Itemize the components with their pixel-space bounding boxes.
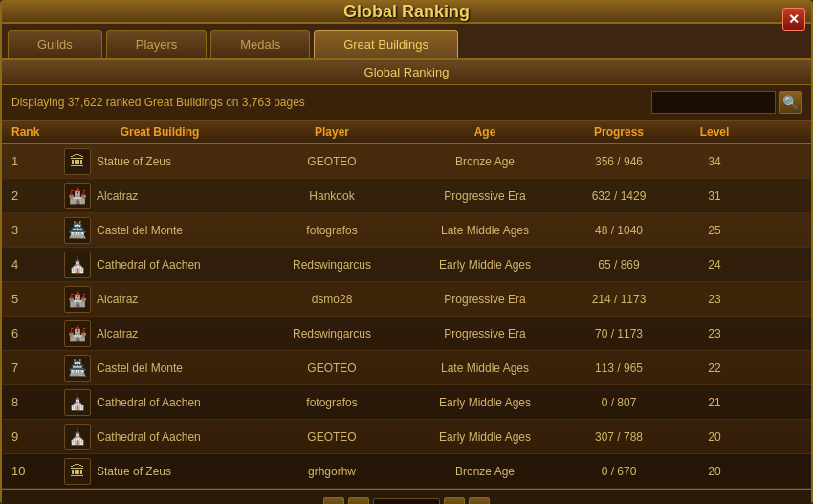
rank-cell: 10 bbox=[11, 464, 64, 478]
player-cell: Redswingarcus bbox=[255, 327, 408, 340]
building-icon: ⛪ bbox=[64, 252, 91, 278]
table-row[interactable]: 5🏰Alcatrazdsmo28Progressive Era214 / 117… bbox=[2, 282, 811, 317]
table-body: 1🏛Statue of ZeusGEOTEOBronze Age356 / 94… bbox=[2, 144, 811, 489]
table-row[interactable]: 7🏯Castel del MonteGEOTEOLate Middle Ages… bbox=[2, 351, 811, 385]
global-ranking-window: Global Ranking ✕ GuildsPlayersMedalsGrea… bbox=[0, 0, 813, 504]
building-name: Alcatraz bbox=[97, 293, 138, 306]
level-cell: 21 bbox=[676, 396, 753, 409]
player-cell: fotografos bbox=[255, 396, 408, 409]
header-player: Player bbox=[255, 125, 408, 139]
level-cell: 25 bbox=[676, 224, 753, 237]
building-cell: 🏰Alcatraz bbox=[64, 286, 255, 313]
display-text: Displaying 37,622 ranked Great Buildings… bbox=[11, 96, 305, 109]
age-cell: Late Middle Ages bbox=[408, 362, 561, 375]
progress-cell: 70 / 1173 bbox=[561, 327, 676, 340]
rank-cell: 9 bbox=[11, 429, 64, 444]
building-cell: 🏛Statue of Zeus bbox=[64, 148, 255, 175]
building-cell: 🏯Castel del Monte bbox=[64, 217, 255, 244]
building-name: Castel del Monte bbox=[97, 362, 183, 375]
building-name: Cathedral of Aachen bbox=[97, 396, 201, 409]
rank-cell: 6 bbox=[11, 326, 64, 340]
footer: « ‹ 1/3763 › » OK bbox=[2, 489, 811, 504]
building-name: Cathedral of Aachen bbox=[97, 430, 201, 444]
building-cell: ⛪Cathedral of Aachen bbox=[64, 252, 255, 278]
building-cell: 🏰Alcatraz bbox=[64, 183, 255, 209]
player-cell: grhgorhw bbox=[255, 465, 408, 478]
progress-cell: 632 / 1429 bbox=[561, 189, 676, 203]
level-cell: 23 bbox=[676, 293, 753, 306]
player-cell: GEOTEO bbox=[255, 155, 408, 168]
player-cell: Hankook bbox=[255, 189, 408, 203]
age-cell: Progressive Era bbox=[408, 327, 561, 340]
first-page-button[interactable]: « bbox=[323, 497, 344, 504]
title-bar: Global Ranking ✕ bbox=[2, 2, 811, 24]
tab-players[interactable]: Players bbox=[106, 30, 207, 58]
table-row[interactable]: 2🏰AlcatrazHankookProgressive Era632 / 14… bbox=[2, 179, 811, 213]
rank-cell: 5 bbox=[11, 292, 64, 306]
table-header: RankGreat BuildingPlayerAgeProgressLevel bbox=[2, 121, 811, 144]
close-button[interactable]: ✕ bbox=[782, 8, 805, 31]
age-cell: Early Middle Ages bbox=[408, 396, 561, 409]
table-row[interactable]: 8⛪Cathedral of AachenfotografosEarly Mid… bbox=[2, 385, 811, 420]
building-cell: 🏯Castel del Monte bbox=[64, 355, 255, 382]
tab-guilds[interactable]: Guilds bbox=[8, 30, 102, 58]
rank-cell: 1 bbox=[11, 154, 64, 168]
table-row[interactable]: 4⛪Cathedral of AachenRedswingarcusEarly … bbox=[2, 248, 811, 282]
header-progress: Progress bbox=[561, 125, 676, 139]
table-row[interactable]: 6🏰AlcatrazRedswingarcusProgressive Era70… bbox=[2, 317, 811, 351]
building-cell: ⛪Cathedral of Aachen bbox=[64, 389, 255, 416]
building-icon: 🏯 bbox=[64, 355, 91, 382]
building-icon: 🏛 bbox=[64, 458, 91, 485]
player-cell: GEOTEO bbox=[255, 430, 408, 444]
search-button[interactable]: 🔍 bbox=[779, 91, 802, 114]
age-cell: Early Middle Ages bbox=[408, 258, 561, 272]
tab-great-buildings[interactable]: Great Buildings bbox=[314, 30, 458, 58]
building-icon: 🏰 bbox=[64, 286, 91, 313]
building-name: Cathedral of Aachen bbox=[97, 258, 201, 272]
toolbar: Displaying 37,622 ranked Great Buildings… bbox=[2, 85, 811, 121]
section-header: Global Ranking bbox=[2, 60, 811, 85]
table-row[interactable]: 10🏛Statue of ZeusgrhgorhwBronze Age0 / 6… bbox=[2, 454, 811, 489]
last-page-button[interactable]: » bbox=[469, 497, 490, 504]
table-row[interactable]: 9⛪Cathedral of AachenGEOTEOEarly Middle … bbox=[2, 420, 811, 454]
building-name: Statue of Zeus bbox=[97, 465, 171, 478]
page-info: 1/3763 bbox=[373, 498, 440, 505]
prev-page-button[interactable]: ‹ bbox=[348, 497, 369, 504]
player-cell: GEOTEO bbox=[255, 362, 408, 375]
age-cell: Early Middle Ages bbox=[408, 430, 561, 444]
building-icon: 🏰 bbox=[64, 320, 91, 347]
level-cell: 23 bbox=[676, 327, 753, 340]
age-cell: Late Middle Ages bbox=[408, 224, 561, 237]
player-cell: Redswingarcus bbox=[255, 258, 408, 272]
main-content: Global Ranking Displaying 37,622 ranked … bbox=[2, 60, 811, 489]
age-cell: Bronze Age bbox=[408, 155, 561, 168]
building-cell: 🏰Alcatraz bbox=[64, 320, 255, 347]
player-cell: fotografos bbox=[255, 224, 408, 237]
level-cell: 20 bbox=[676, 465, 753, 478]
building-icon: 🏯 bbox=[64, 217, 91, 244]
progress-cell: 356 / 946 bbox=[561, 155, 676, 168]
progress-cell: 65 / 869 bbox=[561, 258, 676, 272]
building-name: Statue of Zeus bbox=[97, 155, 171, 168]
level-cell: 20 bbox=[676, 430, 753, 444]
table-row[interactable]: 1🏛Statue of ZeusGEOTEOBronze Age356 / 94… bbox=[2, 144, 811, 179]
rank-cell: 2 bbox=[11, 188, 64, 203]
tab-medals[interactable]: Medals bbox=[210, 30, 310, 58]
rank-cell: 7 bbox=[11, 361, 64, 375]
progress-cell: 113 / 965 bbox=[561, 362, 676, 375]
table-row[interactable]: 3🏯Castel del MontefotografosLate Middle … bbox=[2, 213, 811, 248]
pagination: « ‹ 1/3763 › » bbox=[323, 497, 490, 504]
level-cell: 22 bbox=[676, 362, 753, 375]
search-input[interactable] bbox=[651, 91, 776, 114]
level-cell: 24 bbox=[676, 258, 753, 272]
building-cell: 🏛Statue of Zeus bbox=[64, 458, 255, 485]
progress-cell: 214 / 1173 bbox=[561, 293, 676, 306]
header-rank: Rank bbox=[11, 125, 64, 139]
building-name: Castel del Monte bbox=[97, 224, 183, 237]
header-age: Age bbox=[408, 125, 561, 139]
next-page-button[interactable]: › bbox=[444, 497, 465, 504]
building-icon: ⛪ bbox=[64, 424, 91, 450]
progress-cell: 307 / 788 bbox=[561, 430, 676, 444]
building-cell: ⛪Cathedral of Aachen bbox=[64, 424, 255, 450]
search-box: 🔍 bbox=[651, 91, 802, 114]
